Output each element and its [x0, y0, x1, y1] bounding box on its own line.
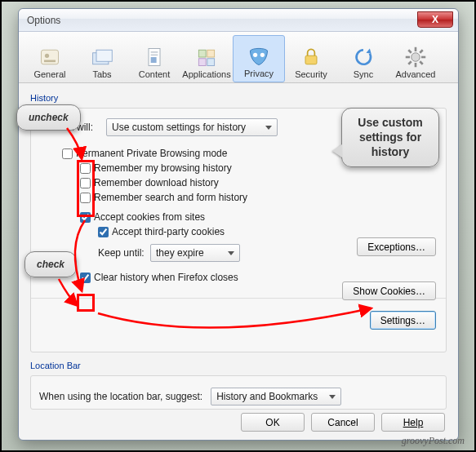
tab-privacy[interactable]: Privacy [233, 35, 285, 82]
ppb-checkbox[interactable] [62, 148, 73, 159]
svg-rect-8 [151, 57, 157, 63]
svg-rect-15 [305, 55, 317, 64]
svg-line-21 [408, 50, 411, 53]
svg-rect-7 [151, 55, 158, 56]
remember-download-checkbox[interactable] [80, 178, 91, 188]
sync-icon [349, 45, 378, 69]
document-icon [140, 45, 169, 69]
accept-cookies-checkbox[interactable] [80, 212, 91, 223]
tab-applications[interactable]: Applications [180, 35, 233, 82]
clear-settings-button[interactable]: Settings… [370, 311, 436, 330]
dialog-footer: OK Cancel Help [241, 413, 445, 432]
show-cookies-button[interactable]: Show Cookies… [342, 281, 436, 300]
history-group-label: History [30, 93, 447, 103]
clear-on-close-checkbox[interactable] [80, 273, 91, 283]
window-title: Options [19, 15, 60, 26]
tab-label: General [33, 69, 65, 79]
category-tabs: General Tabs Content Applications Privac… [19, 32, 458, 83]
svg-point-14 [260, 53, 265, 57]
annotation-uncheck: uncheck [16, 104, 81, 131]
remember-download-label: Remember download history [94, 177, 219, 188]
remember-browsing-checkbox[interactable] [80, 163, 91, 174]
svg-rect-4 [96, 50, 112, 61]
chevron-down-icon [329, 395, 336, 399]
suggest-label: When using the location bar, suggest: [39, 391, 202, 402]
svg-line-24 [408, 61, 411, 64]
exceptions-button[interactable]: Exceptions… [357, 237, 436, 256]
tab-label: Security [295, 69, 327, 79]
locationbar-groupbox: When using the location bar, suggest: Hi… [30, 375, 447, 410]
ppb-label: Permanent Private Browsing mode [76, 148, 227, 159]
history-mode-value: Use custom settings for history [112, 122, 246, 133]
tab-content[interactable]: Content [128, 35, 180, 82]
keep-until-select[interactable]: they expire [150, 244, 240, 262]
tab-advanced[interactable]: Advanced [389, 35, 442, 82]
tab-label: Advanced [396, 69, 436, 79]
tab-label: Content [139, 69, 171, 79]
tab-sync[interactable]: Sync [337, 35, 389, 82]
switch-icon [35, 45, 65, 69]
keep-until-label: Keep until: [98, 247, 150, 259]
svg-point-16 [411, 53, 420, 62]
suggest-select[interactable]: History and Bookmarks [211, 388, 341, 405]
accept-third-checkbox[interactable] [98, 227, 109, 237]
annotation-check: check [24, 251, 77, 277]
history-mode-select[interactable]: Use custom settings for history [106, 118, 278, 136]
clear-on-close-label: Clear history when Firefox closes [94, 272, 238, 283]
svg-line-23 [420, 50, 423, 53]
options-window: Options X General Tabs Content Appl [18, 8, 459, 441]
chevron-down-icon [265, 126, 272, 130]
tab-label: Tabs [92, 69, 111, 79]
accept-third-label: Accept third-party cookies [112, 226, 225, 237]
lock-icon [296, 45, 326, 69]
svg-rect-6 [151, 51, 158, 53]
tab-label: Applications [182, 69, 230, 79]
titlebar: Options X [19, 9, 458, 32]
svg-line-22 [420, 61, 423, 64]
remember-forms-label: Remember search and form history [94, 192, 247, 203]
suggest-value: History and Bookmarks [216, 391, 318, 402]
svg-rect-10 [207, 50, 215, 57]
annotation-use-custom: Use custom settings for history [341, 108, 439, 167]
remember-browsing-label: Remember my browsing history [94, 162, 232, 174]
svg-point-1 [45, 54, 49, 58]
remember-forms-checkbox[interactable] [80, 193, 91, 203]
tab-general[interactable]: General [24, 35, 76, 82]
window-close-button[interactable]: X [417, 11, 453, 28]
help-button[interactable]: Help [381, 413, 445, 432]
svg-rect-12 [207, 59, 215, 66]
svg-rect-2 [44, 60, 56, 63]
svg-rect-11 [198, 59, 206, 66]
gear-icon [401, 45, 430, 69]
mask-icon [244, 44, 274, 69]
accept-cookies-label: Accept cookies from sites [94, 211, 205, 223]
svg-point-13 [253, 53, 257, 57]
tab-security[interactable]: Security [285, 35, 337, 82]
tab-label: Privacy [244, 69, 274, 78]
watermark: groovyPost.com [402, 435, 465, 447]
ok-button[interactable]: OK [241, 413, 305, 432]
apps-icon [192, 45, 221, 69]
cancel-button[interactable]: Cancel [311, 413, 375, 432]
svg-rect-9 [198, 50, 206, 57]
tabs-icon [87, 45, 117, 69]
tab-label: Sync [354, 69, 373, 79]
chevron-down-icon [228, 251, 234, 255]
tab-tabs[interactable]: Tabs [76, 35, 128, 82]
locationbar-group-label: Location Bar [30, 361, 447, 370]
keep-until-value: they expire [156, 247, 204, 259]
